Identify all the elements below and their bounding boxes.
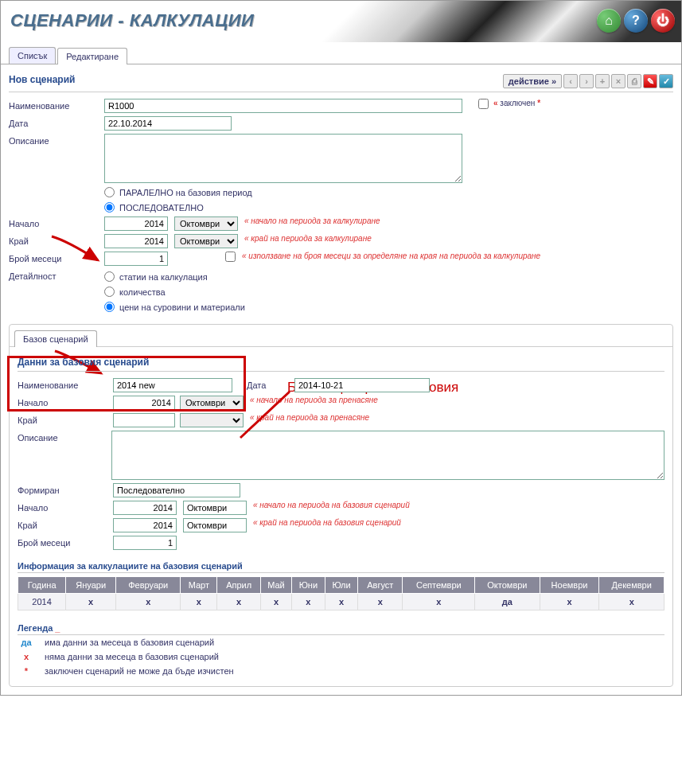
- main-tabs: Списък Редактиране: [1, 42, 681, 64]
- td-1: x: [66, 594, 116, 610]
- th-12: Декември: [599, 577, 664, 594]
- legend-ast-key: *: [18, 666, 35, 676]
- input-base-name[interactable]: [113, 378, 232, 392]
- radio-detail-prices[interactable]: [104, 302, 115, 312]
- input-end-year[interactable]: [104, 234, 168, 248]
- label-end: Край: [9, 234, 104, 246]
- th-3: Март: [181, 577, 217, 594]
- label-months: Брой месеци: [9, 252, 104, 263]
- td-2: x: [116, 594, 181, 610]
- td-11: x: [540, 594, 599, 610]
- base-section-head: Данни за базовия сценарий: [18, 355, 664, 372]
- add-icon[interactable]: +: [595, 74, 610, 88]
- input-months[interactable]: [104, 252, 168, 266]
- locked-checkbox[interactable]: [478, 99, 489, 109]
- td-10: да: [475, 594, 540, 610]
- tab-edit[interactable]: Редактиране: [57, 48, 127, 64]
- locked-ast: «: [493, 99, 498, 107]
- select-start-month[interactable]: Октомври: [174, 216, 238, 231]
- legend-head: Легенда _: [18, 623, 664, 635]
- print-icon[interactable]: ⎙: [627, 74, 641, 88]
- help-icon[interactable]: ?: [624, 9, 648, 33]
- input-base-pend-month[interactable]: [183, 518, 247, 532]
- base-scenario-panel: Базов сценарий Данни за базовия сценарий…: [9, 324, 673, 687]
- select-base-start-month[interactable]: Октомври: [180, 396, 244, 410]
- label-locked: заключен: [500, 99, 535, 107]
- radio-parallel-label: ПАРАЛЕЛНО на базовия период: [119, 188, 252, 197]
- label-desc: Описание: [9, 134, 104, 146]
- nav-prev-icon[interactable]: ‹: [563, 74, 578, 88]
- radio-detail-qty[interactable]: [104, 287, 115, 297]
- hint-start: « начало на периода за калкулиране: [244, 216, 380, 225]
- td-year: 2014: [18, 594, 66, 610]
- tab-base-scenario[interactable]: Базов сценарий: [14, 330, 97, 347]
- radio-detail-articles[interactable]: [104, 271, 115, 282]
- input-base-pend-year[interactable]: [113, 518, 177, 532]
- table-row: 2014 x x x x x x x x x да x x: [18, 594, 664, 610]
- th-year: Година: [18, 577, 66, 594]
- th-6: Юни: [292, 577, 325, 594]
- legend-da-text: има данни за месеца в базовия сценарий: [45, 638, 214, 647]
- label-base-months: Брой месеци: [18, 536, 113, 548]
- td-7: x: [325, 594, 358, 610]
- radio-sequential-label: ПОСЛЕДОВАТЕЛНО: [119, 203, 204, 213]
- td-12: x: [599, 594, 664, 610]
- td-9: x: [403, 594, 475, 610]
- th-4: Април: [217, 577, 260, 594]
- input-base-months[interactable]: [113, 536, 177, 550]
- legend-x-text: няма данни за месеца в базовия сценарий: [45, 652, 219, 661]
- label-name: Наименование: [9, 99, 104, 111]
- hint-base-pend: « край на периода на базовия сценарий: [253, 518, 401, 527]
- tab-list[interactable]: Списък: [9, 47, 56, 64]
- label-start: Начало: [9, 216, 104, 228]
- label-base-formed: Формиран: [18, 483, 113, 495]
- input-date[interactable]: [104, 116, 232, 131]
- action-button[interactable]: действие »: [503, 74, 562, 88]
- input-base-start-year[interactable]: [113, 396, 175, 410]
- label-base-name: Наименование: [18, 378, 113, 390]
- textarea-desc[interactable]: [104, 134, 462, 183]
- delete-icon[interactable]: ×: [611, 74, 625, 88]
- label-base-desc: Описание: [18, 431, 111, 443]
- th-1: Януари: [66, 577, 116, 594]
- label-base-pstart: Начало: [18, 501, 113, 513]
- input-base-pstart-month[interactable]: [183, 501, 247, 515]
- label-base-end: Край: [18, 413, 113, 425]
- page-title: СЦЕНАРИИ - КАЛКУЛАЦИИ: [10, 10, 254, 31]
- power-icon[interactable]: ⏻: [651, 9, 675, 33]
- td-4: x: [217, 594, 260, 610]
- td-3: x: [181, 594, 217, 610]
- hint-end: « край на периода за калкулиране: [244, 234, 372, 243]
- radio-parallel[interactable]: [104, 187, 115, 197]
- textarea-base-desc[interactable]: [111, 431, 664, 480]
- hint-base-start: « начало на периода за пренасяне: [250, 396, 378, 404]
- home-icon[interactable]: ⌂: [597, 9, 621, 33]
- page-header: СЦЕНАРИИ - КАЛКУЛАЦИИ ⌂ ? ⏻: [1, 1, 681, 42]
- input-base-pstart-year[interactable]: [113, 501, 177, 515]
- input-base-date[interactable]: [294, 378, 430, 392]
- input-base-formed[interactable]: [113, 483, 240, 497]
- radio-sequential[interactable]: [104, 202, 115, 213]
- radio-detail-prices-label: цени на суровини и материали: [119, 302, 245, 312]
- hint-base-end: « край на периода за пренасяне: [250, 413, 369, 422]
- label-base-date: Дата: [247, 378, 294, 390]
- calc-info-head: Информация за калкулациите на базовия сц…: [18, 561, 664, 573]
- input-start-year[interactable]: [104, 216, 168, 231]
- edit-icon[interactable]: ✎: [643, 74, 657, 88]
- radio-detail-articles-label: статии на калкулация: [119, 272, 208, 282]
- td-5: x: [260, 594, 291, 610]
- select-end-month[interactable]: Октомври: [174, 234, 238, 248]
- label-base-pend: Край: [18, 518, 113, 530]
- th-10: Октомври: [475, 577, 540, 594]
- th-8: Август: [358, 577, 403, 594]
- th-7: Юли: [325, 577, 358, 594]
- nav-next-icon[interactable]: ›: [579, 74, 594, 88]
- label-base-start: Начало: [18, 396, 113, 408]
- use-months-checkbox[interactable]: [225, 252, 236, 262]
- input-base-end-year[interactable]: [113, 413, 175, 427]
- input-name[interactable]: [104, 99, 462, 113]
- legend-x-key: x: [18, 652, 35, 661]
- th-2: Февруари: [116, 577, 181, 594]
- confirm-icon[interactable]: ✓: [659, 74, 673, 88]
- select-base-end-month[interactable]: [180, 413, 244, 427]
